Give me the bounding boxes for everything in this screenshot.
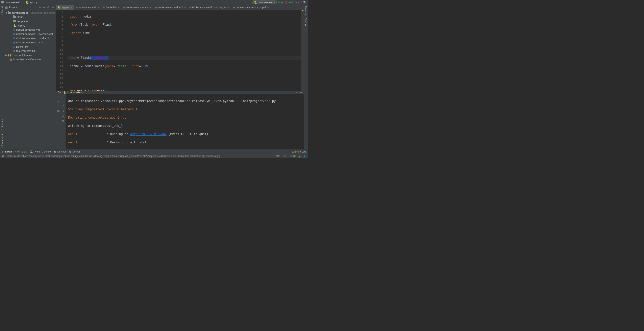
text-file-icon: ▤ — [76, 6, 78, 9]
project-panel-title[interactable]: Project — [9, 6, 17, 9]
file-encoding[interactable]: UTF-8‡ — [288, 155, 296, 158]
soft-wrap-button[interactable]: ⟲ — [62, 105, 65, 108]
run-button[interactable]: ▶ — [281, 1, 283, 4]
editor-tab-prod[interactable]: ▤docker-compose-1.prod.yml✕ — [231, 5, 271, 10]
reload-button[interactable]: ↻ — [278, 1, 280, 4]
collapse-all-icon[interactable]: ⇥ — [42, 6, 46, 9]
project-panel: ▦ Project ⊕ ⇥ ⚙ — ▼ composetest ~/Pychar… — [4, 5, 56, 149]
close-icon[interactable]: ✕ — [70, 6, 72, 9]
print-button[interactable]: 🖶 — [62, 114, 65, 118]
rerun-button[interactable]: ↻ — [57, 95, 60, 98]
run-with-coverage-button[interactable]: ▶⦿ — [289, 1, 294, 4]
project-tool-tab[interactable]: 1: Project — [0, 5, 4, 17]
status-message[interactable]: Dockerfile detection: You may setup Dock… — [6, 155, 220, 158]
tree-file-dockerfile[interactable]: ▤Dockerfile — [4, 45, 56, 49]
hector-icon[interactable]: 👤 — [303, 155, 306, 158]
error-stripe[interactable] — [301, 10, 304, 91]
scroll-to-end-button[interactable]: ⤓ — [62, 109, 65, 113]
breadcrumb-project[interactable]: composetest — [1, 1, 20, 4]
python-icon: 🐍 — [63, 91, 66, 94]
event-log-tab[interactable]: ⊟Event Log — [292, 150, 306, 153]
tree-scratches[interactable]: ▧Scratches and Consoles — [4, 57, 56, 62]
docker-tab[interactable]: 🐳Docker — [68, 150, 80, 153]
dump-threads-button[interactable]: ▦ — [57, 109, 60, 113]
folder-icon — [1, 1, 4, 4]
favorites-tool-tab[interactable]: 2: Favorites★ — [0, 132, 4, 149]
expander-icon[interactable]: ▼ — [5, 11, 7, 14]
library-icon: ▮▮ — [8, 54, 11, 57]
editor-tab-dockerfile[interactable]: ▤Dockerfile✕ — [101, 5, 122, 10]
database-tool-tab[interactable]: Database — [304, 5, 308, 17]
tree-folder-static[interactable]: static — [4, 15, 56, 19]
tree-folder-templates[interactable]: templates — [4, 19, 56, 24]
line-gutter[interactable]: 1234567891011121314151617181920 — [56, 10, 67, 91]
close-icon[interactable]: ✕ — [228, 6, 230, 9]
close-icon[interactable]: ✕ — [267, 6, 269, 9]
tree-external-libs[interactable]: ▶▮▮External Libraries — [4, 53, 56, 57]
close-icon[interactable]: ✕ — [98, 6, 99, 9]
attach-button[interactable]: ⧉ — [295, 1, 296, 4]
tree-file-app[interactable]: 🐍app.py — [4, 24, 56, 28]
run-sidebar-right: ↑ ↓ ⟲ ⤓ 🖶 🗑 — [61, 94, 66, 149]
stop-run-button[interactable]: ■ — [57, 100, 60, 103]
tree-root-label: composetest — [12, 11, 28, 14]
up-stack-button[interactable]: ↑ — [62, 95, 65, 98]
editor-tab-requirements[interactable]: ▤requirements.txt✕ — [74, 5, 101, 10]
close-icon[interactable]: ✕ — [150, 6, 152, 9]
run-tool-header: Run 🐍 composetest ⚙ — — [56, 91, 304, 94]
run-hide-icon[interactable]: — — [300, 91, 302, 94]
code-content[interactable]: import redis from flask import Flask imp… — [67, 10, 301, 91]
run-config-label: composetest — [258, 1, 273, 4]
expander-icon[interactable]: ▶ — [5, 54, 7, 57]
run-config-selector[interactable]: 🐍 composetest — [252, 1, 277, 4]
breadcrumb-separator: 〉 — [21, 1, 24, 4]
tree-file-compose[interactable]: ▤docker-compose.yml — [4, 28, 56, 32]
down-stack-button[interactable]: ↓ — [62, 100, 65, 103]
server-url-link[interactable]: http://0.0.0.0:5000/ — [130, 132, 166, 136]
close-icon[interactable]: ✕ — [184, 6, 186, 9]
terminal-tab[interactable]: ▣Terminal — [54, 150, 66, 153]
tree-file-compose1[interactable]: ▤docker-compose-1.yml — [4, 40, 56, 45]
tree-file-override[interactable]: ▤docker-compose-1.override.yml — [4, 32, 56, 36]
pause-button[interactable]: ⏸ — [57, 105, 60, 108]
scroll-from-source-icon[interactable]: ⊕ — [38, 6, 41, 9]
tree-file-prod[interactable]: ▤docker-compose-1.prod.yml — [4, 36, 56, 40]
editor-tab-compose[interactable]: ▤docker-compose.yml✕ — [122, 5, 154, 10]
line-separator[interactable]: LF‡ — [282, 155, 286, 158]
search-everywhere-icon[interactable]: 🔍 — [303, 1, 306, 4]
run-console-output[interactable]: docker-compose://[/home/filippov/Pycharm… — [66, 94, 304, 149]
caret-position[interactable]: 6:12 — [275, 155, 280, 158]
tool-windows-toggle-icon[interactable]: ▣ — [2, 155, 4, 158]
breadcrumb-file[interactable]: 🐍 app.py — [26, 1, 38, 4]
python-file-icon: 🐍 — [58, 6, 61, 9]
exit-button[interactable]: ✕ — [57, 114, 60, 118]
sciview-tool-tab[interactable]: SciView — [304, 17, 308, 27]
run-settings-gear-icon[interactable]: ⚙ — [296, 91, 298, 94]
todo-tab[interactable]: ✔6: TODO — [14, 150, 27, 153]
yaml-file-icon: ▤ — [13, 41, 15, 44]
code-editor[interactable]: 1234567891011121314151617181920 import r… — [56, 10, 304, 91]
run-sidebar-left: ↻ ■ ⏸ ▦ ✕ — [56, 94, 61, 149]
hide-panel-icon[interactable]: — — [51, 6, 55, 9]
python-console-tab[interactable]: 🐍Python Console — [30, 150, 51, 153]
run-tab[interactable]: ▶4: Run — [2, 150, 12, 153]
lock-icon[interactable]: 🔒 — [298, 155, 301, 158]
close-icon[interactable]: ✕ — [118, 6, 120, 9]
docker-file-icon: ▤ — [13, 45, 15, 48]
docker-file-icon: ▤ — [103, 6, 105, 9]
breadcrumb-project-label: composetest — [5, 1, 20, 4]
clear-all-button[interactable]: 🗑 — [62, 119, 65, 123]
structure-tool-tab[interactable]: 7: Structure — [0, 118, 4, 132]
project-view-dropdown[interactable] — [18, 7, 20, 8]
console-line: Attaching to composetest_web_1 — [68, 124, 301, 128]
editor-tab-compose1[interactable]: ▤docker-compose-1.yml✕ — [154, 5, 188, 10]
editor-tab-app[interactable]: 🐍app.py✕ — [56, 5, 74, 10]
debug-button[interactable]: 🐞 — [284, 1, 288, 4]
ide-settings-icon[interactable]: ≡ — [300, 1, 302, 4]
tree-root[interactable]: ▼ composetest ~/PycharmProjects/co — [4, 11, 56, 15]
editor-tab-override[interactable]: ▤docker-compose-1.override.yml✕ — [188, 5, 231, 10]
stop-button[interactable]: ■ — [298, 1, 300, 4]
settings-gear-icon[interactable]: ⚙ — [47, 6, 50, 9]
tree-file-requirements[interactable]: ▤requirements.txt — [4, 49, 56, 53]
warning-marker[interactable] — [302, 10, 304, 11]
